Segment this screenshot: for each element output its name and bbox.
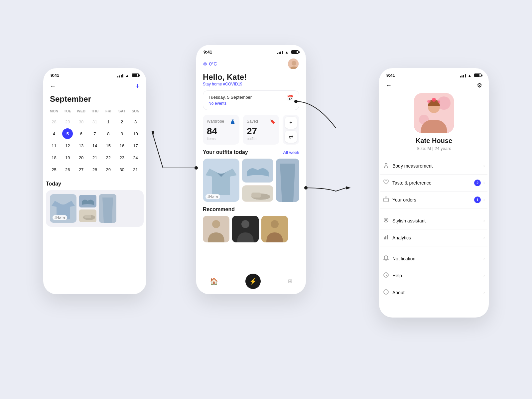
menu-item-stylish-assistant[interactable]: Stylish assistant ›: [380, 212, 487, 229]
battery-fill: [475, 74, 479, 76]
profile-back-arrow[interactable]: ←: [386, 82, 392, 89]
signal-bar: [462, 75, 463, 77]
add-event-button[interactable]: +: [135, 82, 140, 90]
orders-icon: [383, 196, 392, 203]
recommend-section: Recommend: [196, 206, 306, 242]
svg-rect-9: [84, 215, 91, 218]
day-cell[interactable]: 22: [103, 152, 114, 163]
all-week-link[interactable]: All week: [283, 150, 299, 155]
profile-avatar[interactable]: [414, 93, 454, 133]
svg-point-22: [241, 220, 249, 228]
day-cell[interactable]: 28: [49, 116, 59, 127]
svg-rect-33: [384, 198, 388, 202]
day-cell[interactable]: 15: [103, 140, 114, 151]
menu-item-analytics[interactable]: Analytics ›: [380, 229, 487, 246]
signal-bar-2: [119, 75, 120, 77]
menu-item-notification[interactable]: Notification ›: [380, 250, 487, 267]
refresh-button[interactable]: ⇄: [285, 131, 297, 143]
day-cell[interactable]: 20: [76, 152, 86, 163]
day-cell[interactable]: 3: [130, 116, 141, 127]
day-cell-today[interactable]: 5: [62, 128, 73, 139]
day-cell[interactable]: 31: [89, 116, 100, 127]
day-cell[interactable]: 31: [130, 164, 141, 175]
day-cell[interactable]: 19: [62, 152, 73, 163]
day-cell[interactable]: 17: [130, 140, 141, 151]
day-cell[interactable]: 9: [117, 128, 127, 139]
saved-card[interactable]: Saved 🔖 27 outfits: [243, 115, 279, 145]
day-cell[interactable]: 30: [117, 164, 127, 175]
day-cell[interactable]: 6: [76, 128, 86, 139]
day-cell[interactable]: 23: [117, 152, 127, 163]
day-cell[interactable]: 24: [130, 152, 141, 163]
day-cell[interactable]: 21: [89, 152, 100, 163]
saved-label: Saved: [247, 119, 258, 124]
day-cell[interactable]: 1: [103, 116, 114, 127]
date-card[interactable]: Tuesday, 5 September No events 📅: [203, 90, 299, 110]
menu-item-help[interactable]: Help ›: [380, 267, 487, 284]
menu-item-taste-preference[interactable]: Taste & preference 2 ›: [380, 175, 487, 192]
menu-item-body-measurement[interactable]: Body measurement ›: [380, 158, 487, 175]
wardrobe-card[interactable]: Wardrobe 👗 84 items: [203, 115, 239, 145]
signal-bar-4: [122, 74, 123, 77]
status-bar-left: 9:41 ▲: [43, 68, 146, 79]
settings-gear-icon[interactable]: ⚙: [477, 82, 482, 89]
home-nav-button[interactable]: 🏠: [210, 277, 218, 285]
shoes-image: [79, 209, 96, 222]
main-outfit-card[interactable]: #Home: [203, 159, 239, 202]
body-measurement-icon: [383, 162, 392, 170]
center-nav-button[interactable]: ⚡: [245, 274, 261, 289]
recommend-title: Recommend: [203, 206, 299, 212]
day-cell[interactable]: 13: [76, 140, 86, 151]
month-title: September: [43, 94, 146, 108]
day-cell[interactable]: 7: [89, 128, 100, 139]
shoes-svg: [79, 209, 96, 222]
day-cell[interactable]: 29: [62, 116, 73, 127]
grid-nav-button[interactable]: ⊞: [288, 278, 292, 284]
clock-icon: [383, 272, 389, 278]
signal-bars-right: [460, 73, 466, 77]
day-cell[interactable]: 12: [62, 140, 73, 151]
day-cell[interactable]: 26: [62, 164, 73, 175]
day-cell[interactable]: 10: [130, 128, 141, 139]
day-cell[interactable]: 8: [103, 128, 114, 139]
rec-item-1[interactable]: [203, 216, 229, 242]
add-outfit-button[interactable]: +: [285, 117, 297, 129]
day-cell[interactable]: 28: [89, 164, 100, 175]
rec-item-2[interactable]: [232, 216, 259, 242]
day-cell[interactable]: 11: [49, 140, 59, 151]
battery-fill: [292, 51, 297, 53]
greeting-text: Hello, Kate!: [203, 72, 299, 82]
dow-tue: TUE: [61, 108, 74, 114]
bra-image: [79, 195, 96, 207]
analytics-label: Analytics: [392, 235, 483, 240]
day-cell[interactable]: 25: [49, 164, 59, 175]
about-icon: [383, 289, 392, 296]
menu-divider-2: [380, 246, 487, 250]
wifi-icon-right: ▲: [468, 73, 471, 77]
menu-list: Body measurement › Taste & preference 2 …: [379, 158, 489, 301]
menu-item-about[interactable]: About ›: [380, 284, 487, 301]
day-cell[interactable]: 4: [49, 128, 59, 139]
rec-item-3[interactable]: [261, 216, 288, 242]
status-icons-right: ▲: [460, 73, 481, 77]
user-avatar[interactable]: [287, 58, 299, 70]
shoes-card-svg: [242, 185, 273, 202]
pants-image: [99, 194, 116, 223]
day-cell[interactable]: 14: [89, 140, 100, 151]
day-cell[interactable]: 16: [117, 140, 127, 151]
bra-card[interactable]: [242, 159, 273, 183]
day-cell[interactable]: 30: [76, 116, 86, 127]
svg-point-34: [384, 218, 388, 222]
status-bar-right: 9:41 ▲: [379, 68, 489, 79]
day-cell[interactable]: 2: [117, 116, 127, 127]
day-cell[interactable]: 27: [76, 164, 86, 175]
ruler-icon: [383, 162, 389, 168]
back-arrow[interactable]: ←: [50, 83, 56, 90]
shoes-card[interactable]: [242, 185, 273, 202]
heart-icon: [383, 179, 389, 185]
pants-card[interactable]: [276, 159, 299, 202]
day-cell[interactable]: 29: [103, 164, 114, 175]
day-cell[interactable]: 18: [49, 152, 59, 163]
menu-item-orders[interactable]: Your orders 1 ›: [380, 192, 487, 208]
today-outfit-card[interactable]: #Home: [46, 190, 144, 227]
